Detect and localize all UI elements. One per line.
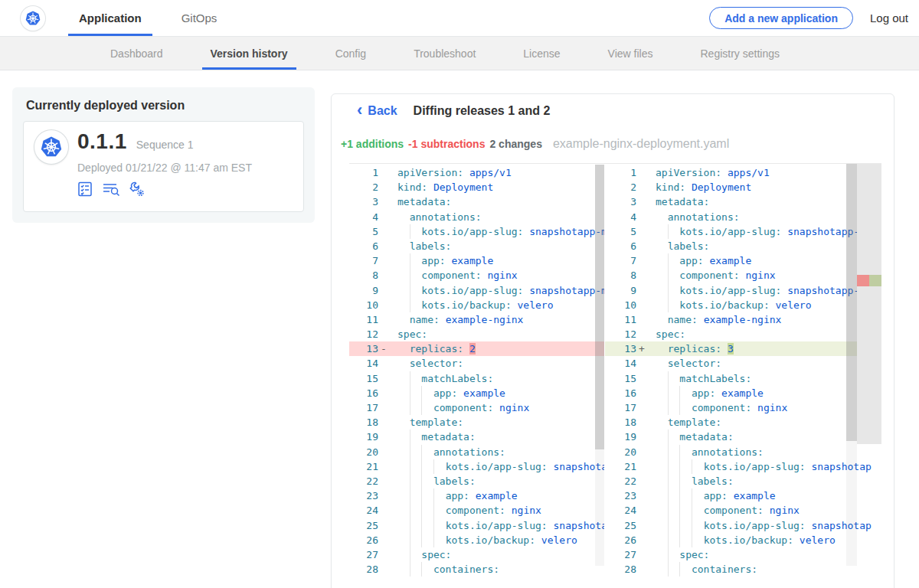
- line-number: 27: [349, 547, 378, 562]
- diff-line: 28 containers:: [349, 562, 604, 577]
- deployed-version-panel: 0.1.1 Sequence 1 Deployed 01/21/22 @ 11:…: [23, 121, 304, 212]
- line-number: 19: [349, 430, 378, 444]
- top-nav-right: Add a new application Log out: [709, 7, 919, 29]
- line-number: 6: [349, 239, 378, 253]
- changes-count: 2 changes: [489, 138, 541, 150]
- diff-line: 15 matchLabels:: [605, 371, 857, 386]
- line-number: 5: [605, 224, 636, 239]
- subtractions-count: -1 subtractions: [408, 138, 485, 150]
- kubernetes-wheel-icon: [24, 9, 42, 28]
- diff-line: 6 labels:: [605, 239, 857, 253]
- scrollbar-track-left[interactable]: [595, 449, 604, 566]
- diff-line: 8 component: nginx: [605, 268, 857, 283]
- diff-line: 14 selector:: [349, 356, 604, 371]
- scrollbar-thumb-left[interactable]: [595, 165, 604, 449]
- diff-pane-original: 1apiVersion: apps/v12kind: Deployment3me…: [349, 164, 604, 588]
- line-number: 28: [605, 562, 636, 577]
- diff-editor: 1apiVersion: apps/v12kind: Deployment3me…: [349, 163, 881, 588]
- diff-line: 5 kots.io/app-slug: snapshotapp-mu: [605, 224, 857, 239]
- line-number: 3: [605, 194, 636, 209]
- diff-line: 22 labels:: [349, 474, 604, 488]
- line-number: 20: [605, 445, 636, 459]
- back-chevron-icon: ‹: [357, 104, 362, 116]
- scrollbar-thumb-right[interactable]: [846, 164, 857, 441]
- config-icon[interactable]: [128, 180, 146, 198]
- diff-line: 19 metadata:: [349, 430, 604, 444]
- code-text: app: example: [656, 386, 764, 400]
- diff-stats: +1 additions -1 subtractions 2 changes e…: [341, 137, 729, 151]
- code-text: apiVersion: apps/v1: [397, 165, 512, 180]
- release-notes-icon[interactable]: [76, 180, 94, 198]
- line-number: 28: [349, 562, 378, 577]
- logout-link[interactable]: Log out: [870, 11, 908, 24]
- line-number: 24: [349, 503, 378, 518]
- line-number: 2: [605, 180, 636, 194]
- code-text: app: example: [656, 488, 776, 503]
- diff-line: 7 app: example: [605, 253, 857, 268]
- diff-line: 25 kots.io/app-slug: snapshotap: [349, 518, 604, 533]
- diff-title: Diffing releases 1 and 2: [414, 104, 551, 118]
- tab-registry-settings[interactable]: Registry settings: [692, 37, 787, 70]
- diff-line: 25 kots.io/app-slug: snapshotap: [605, 518, 857, 533]
- line-number: 19: [605, 430, 636, 444]
- back-link[interactable]: ‹ Back: [357, 104, 397, 118]
- code-text: selector:: [397, 356, 463, 371]
- code-text: metadata:: [397, 430, 476, 444]
- code-text: app: example: [397, 253, 493, 268]
- line-number: 26: [349, 533, 378, 547]
- tab-license[interactable]: License: [515, 37, 568, 70]
- diff-line: 22 labels:: [605, 474, 857, 488]
- line-number: 11: [349, 312, 378, 327]
- line-number: 4: [349, 210, 378, 224]
- line-number: 7: [605, 253, 636, 268]
- scrollbar-track-right[interactable]: [846, 441, 857, 566]
- tab-version-history[interactable]: Version history: [202, 37, 296, 70]
- diff-line: 14 selector:: [605, 356, 857, 371]
- diff-line: 16 app: example: [605, 386, 857, 400]
- code-text: replicas: 3: [656, 341, 734, 356]
- top-nav-tabs: Application GitOps: [68, 0, 246, 36]
- diff-line: 21 kots.io/app-slug: snapshotap: [605, 459, 857, 474]
- tab-config[interactable]: Config: [327, 37, 374, 70]
- line-number: 17: [605, 400, 636, 415]
- tab-application[interactable]: Application: [68, 0, 152, 36]
- tab-troubleshoot[interactable]: Troubleshoot: [405, 37, 484, 70]
- line-number: 13: [349, 341, 378, 356]
- diff-rows-original: 1apiVersion: apps/v12kind: Deployment3me…: [349, 165, 604, 577]
- code-text: labels:: [397, 474, 476, 488]
- diff-overview-ruler: [857, 164, 881, 444]
- diff-line: 11 name: example-nginx: [349, 312, 604, 327]
- line-number: 20: [349, 445, 378, 459]
- line-number: 16: [349, 386, 378, 400]
- diff-line: 23 app: example: [605, 488, 857, 503]
- diff-filename: example-nginx-deployment.yaml: [553, 137, 729, 151]
- code-text: spec:: [656, 547, 709, 562]
- code-text: annotations:: [656, 210, 740, 224]
- add-application-button[interactable]: Add a new application: [709, 7, 853, 29]
- code-text: kots.io/app-slug: snapshotapp-mu: [656, 283, 872, 298]
- code-text: kots.io/app-slug: snapshotap: [656, 459, 872, 474]
- code-text: app: example: [397, 488, 518, 503]
- diff-line: 4 annotations:: [605, 210, 857, 224]
- diff-line: 8 component: nginx: [349, 268, 604, 283]
- line-number: 3: [349, 194, 378, 209]
- diff-line: 20 annotations:: [349, 445, 604, 459]
- line-number: 7: [349, 253, 378, 268]
- code-text: app: example: [656, 253, 751, 268]
- line-number: 25: [349, 518, 378, 533]
- line-number: 1: [605, 165, 636, 180]
- diff-line: 19 metadata:: [605, 430, 857, 444]
- tab-dashboard[interactable]: Dashboard: [102, 37, 172, 70]
- kots-admin-console: Application GitOps Add a new application…: [0, 0, 919, 588]
- line-number: 13: [605, 341, 636, 356]
- tab-view-files[interactable]: View files: [600, 37, 662, 70]
- tab-gitops[interactable]: GitOps: [171, 0, 228, 36]
- diff-line: 24 component: nginx: [605, 503, 857, 518]
- diff-line: 12spec:: [349, 327, 604, 341]
- view-logs-icon[interactable]: [101, 180, 121, 198]
- overview-insertion-mark: [869, 275, 881, 286]
- diff-line: 17 component: nginx: [605, 400, 857, 415]
- line-number: 23: [605, 488, 636, 503]
- app-kubernetes-logo-icon: [34, 130, 68, 164]
- diff-line: 18 template:: [605, 415, 857, 430]
